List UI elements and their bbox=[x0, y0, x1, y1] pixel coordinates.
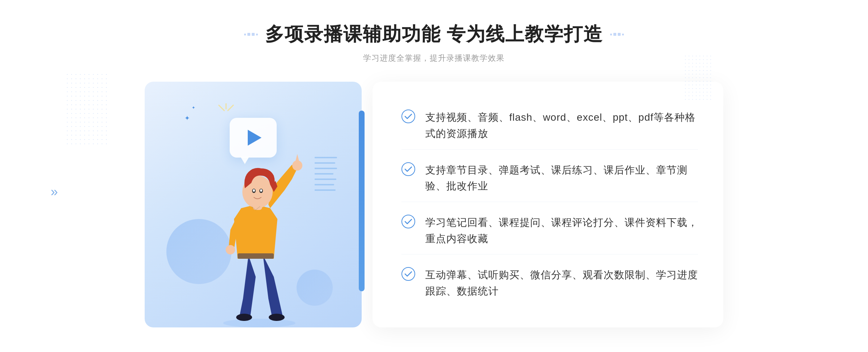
dot bbox=[247, 33, 250, 36]
title-dots-left bbox=[244, 33, 258, 36]
feature-item-4: 互动弹幕、试听购买、微信分享、观看次数限制、学习进度跟踪、数据统计 bbox=[401, 260, 698, 307]
dots-decoration-left bbox=[65, 72, 109, 145]
title-row: 多项录播课辅助功能 专为线上教学打造 bbox=[244, 22, 624, 47]
dot bbox=[252, 33, 255, 36]
header-section: 多项录播课辅助功能 专为线上教学打造 学习进度全掌握，提升录播课教学效果 bbox=[244, 22, 624, 64]
svg-line-19 bbox=[219, 105, 224, 111]
check-icon-4 bbox=[401, 267, 415, 281]
check-icon-3 bbox=[401, 215, 415, 228]
dot bbox=[244, 34, 246, 35]
dot bbox=[622, 34, 624, 35]
human-figure-illustration bbox=[198, 125, 321, 327]
page-title: 多项录播课辅助功能 专为线上教学打造 bbox=[265, 22, 603, 47]
dot bbox=[610, 34, 612, 35]
dot bbox=[256, 34, 258, 35]
content-area: 支持视频、音频、flash、word、excel、ppt、pdf等各种格式的资源… bbox=[145, 82, 723, 327]
feature-text-3: 学习笔记回看、课程提问、课程评论打分、课件资料下载，重点内容收藏 bbox=[425, 215, 698, 247]
svg-point-8 bbox=[236, 314, 252, 321]
features-panel: 支持视频、音频、flash、word、excel、ppt、pdf等各种格式的资源… bbox=[373, 82, 723, 327]
svg-point-10 bbox=[292, 160, 302, 171]
feature-text-4: 互动弹幕、试听购买、微信分享、观看次数限制、学习进度跟踪、数据统计 bbox=[425, 267, 698, 300]
check-icon-2 bbox=[401, 162, 415, 176]
dot bbox=[618, 33, 621, 36]
svg-point-7 bbox=[223, 319, 295, 327]
illustration-card bbox=[145, 82, 362, 327]
dot bbox=[613, 33, 616, 36]
svg-rect-18 bbox=[238, 253, 274, 259]
svg-point-16 bbox=[253, 189, 255, 192]
feature-text-1: 支持视频、音频、flash、word、excel、ppt、pdf等各种格式的资源… bbox=[425, 110, 698, 142]
svg-point-17 bbox=[260, 189, 262, 192]
light-rays bbox=[217, 103, 253, 132]
feature-item-1: 支持视频、音频、flash、word、excel、ppt、pdf等各种格式的资源… bbox=[401, 102, 698, 150]
svg-point-11 bbox=[226, 245, 235, 254]
dots-decoration-right bbox=[684, 54, 712, 101]
page-subtitle: 学习进度全掌握，提升录播课教学效果 bbox=[244, 53, 624, 64]
feature-text-2: 支持章节目录、弹题考试、课后练习、课后作业、章节测验、批改作业 bbox=[425, 162, 698, 195]
title-dots-right bbox=[610, 33, 624, 36]
svg-line-21 bbox=[228, 105, 233, 111]
check-icon-1 bbox=[401, 110, 415, 123]
svg-point-9 bbox=[269, 314, 285, 321]
chevron-left-icon: » bbox=[51, 184, 58, 199]
feature-item-3: 学习笔记回看、课程提问、课程评论打分、课件资料下载，重点内容收藏 bbox=[401, 207, 698, 255]
blue-accent-bar bbox=[359, 111, 365, 291]
page-container: » 多项录播课辅助功能 专为线上教学打造 学习进度全掌握，提升录播课教学效果 bbox=[0, 0, 868, 352]
feature-item-2: 支持章节目录、弹题考试、课后练习、课后作业、章节测验、批改作业 bbox=[401, 155, 698, 202]
